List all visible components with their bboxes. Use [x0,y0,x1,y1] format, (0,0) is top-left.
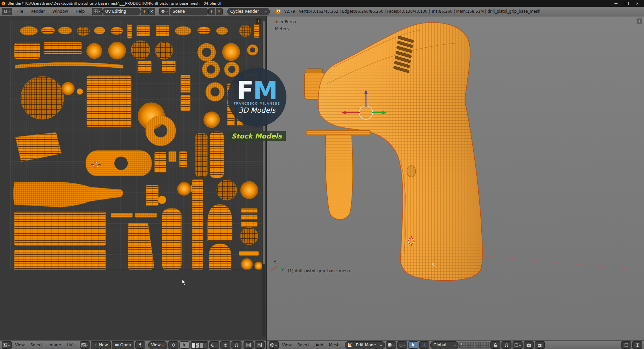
uv-island[interactable] [77,89,83,95]
uv-island[interactable] [241,209,257,213]
render-engine-dropdown[interactable]: Cycles Render ▴▾ [227,8,270,15]
menu-help[interactable]: Help [72,8,88,14]
uv-island[interactable] [177,182,191,195]
uv-island[interactable] [15,132,61,162]
v3d-menu-view[interactable]: View [280,342,294,348]
uv-island[interactable] [14,212,106,245]
layer-toggle[interactable] [460,345,463,348]
uv-select-sync-toggle[interactable] [179,341,190,349]
info-editor-type-selector[interactable]: ▴▾ [2,8,12,15]
layer-toggle[interactable] [468,345,471,348]
delete-scene-button[interactable]: × [216,8,223,15]
mode-dropdown[interactable]: Edit Mode ▴▾ [345,341,385,349]
uv-island[interactable] [15,62,123,68]
layer-toggle[interactable] [481,343,483,345]
uv-render-size-icon[interactable] [255,341,265,349]
layers-widget-left[interactable] [460,342,474,348]
uv-island[interactable] [44,42,82,49]
uv-island[interactable] [137,25,150,36]
uv-island[interactable] [128,223,154,270]
uv-island[interactable] [114,157,128,170]
uv-grid-area[interactable] [10,21,262,270]
uv-island[interactable] [87,76,131,127]
uv-island[interactable] [239,251,259,255]
uv-island[interactable] [62,82,74,95]
uv-island[interactable] [255,262,262,270]
uv-island[interactable] [241,258,253,270]
uv-island[interactable] [108,42,126,59]
viewport-3d-canvas[interactable]: z y User Persp Meters (1) drill_pistol_g… [267,16,644,341]
layer-toggle[interactable] [460,343,463,345]
uv-island[interactable] [162,61,175,72]
add-scene-button[interactable]: + [208,8,215,15]
lock-to-scene-icon[interactable] [490,341,500,349]
uv-island[interactable] [158,196,166,204]
open-image-button[interactable]: Open [112,341,134,349]
snap-element-dropdown[interactable]: ▴▾ [513,341,523,349]
uv-island[interactable] [44,51,82,54]
layer-toggle[interactable] [468,343,471,345]
uv-island[interactable] [20,26,38,35]
uv-island[interactable] [58,27,72,34]
minimize-button[interactable] [610,0,621,6]
screen-layout-field[interactable]: UV Editing [102,8,141,15]
uv-region-expand-icon[interactable]: + [256,18,261,24]
image-browse-icon[interactable]: ▴▾ [80,341,90,349]
uv-island[interactable] [210,132,224,178]
uv-island[interactable] [162,209,181,270]
uv-island[interactable] [202,61,220,78]
layer-toggle[interactable] [486,343,489,345]
uv-island[interactable] [240,181,258,199]
scene-browse-icon[interactable]: ▴▾ [159,8,169,15]
uv-island[interactable] [146,185,158,206]
layer-toggle[interactable] [481,345,483,348]
layer-toggle[interactable] [478,343,481,345]
uv-island[interactable] [209,244,231,270]
uv-island[interactable] [181,75,190,93]
uv-menu-view[interactable]: View [13,342,27,348]
layer-toggle[interactable] [463,343,465,345]
draw-channel-alpha-icon[interactable] [196,342,199,348]
render-opengl-image-button[interactable] [524,341,534,349]
uv-island[interactable] [131,41,150,59]
snap-toggle[interactable] [501,341,512,349]
layer-toggle[interactable] [471,343,473,345]
uv-island[interactable] [155,152,166,173]
layer-toggle[interactable] [471,345,473,348]
uv-island[interactable] [198,43,216,61]
uv-island[interactable] [14,250,106,270]
uv-island[interactable] [198,27,210,34]
uv-island[interactable] [239,25,251,37]
draw-channel-color-icon[interactable] [192,342,195,348]
uv-island[interactable] [224,62,239,77]
uv-vertical-scrollbar[interactable] [262,21,265,337]
uv-proportional-edit-icon[interactable] [220,341,230,349]
add-screen-layout-button[interactable]: + [141,8,148,15]
close-button[interactable]: × [632,0,643,6]
scene-field[interactable]: Scene [170,8,208,15]
uv-island[interactable] [169,152,176,162]
maximize-button[interactable] [621,0,632,6]
draw-channel-z-icon[interactable] [204,342,207,348]
new-image-button[interactable]: + New [91,341,111,349]
uv-island[interactable] [208,205,232,241]
pivot-point-dropdown[interactable]: ▴▾ [397,341,407,349]
uv-island[interactable] [94,27,105,34]
uv-island[interactable] [181,95,190,111]
uv-island[interactable] [175,26,191,35]
header-overflow-icon-1[interactable] [621,341,631,349]
screen-layout-browse-icon[interactable]: ▴▾ [92,8,102,15]
uv-island[interactable] [204,112,220,128]
uv-island[interactable] [21,76,64,119]
uv-island[interactable] [127,24,132,38]
uv-island[interactable] [14,43,40,59]
uv-snap-cursor-icon[interactable] [168,341,178,349]
menu-render[interactable]: Render [28,8,48,14]
manipulator-axes-button[interactable] [419,341,429,349]
uv-island[interactable] [245,72,257,80]
uv-display-settings-icon[interactable] [244,341,254,349]
uv-island[interactable] [237,84,243,126]
v3d-menu-add[interactable]: Add [313,342,326,348]
uv-island[interactable] [227,84,234,126]
uv-island[interactable] [192,180,203,270]
